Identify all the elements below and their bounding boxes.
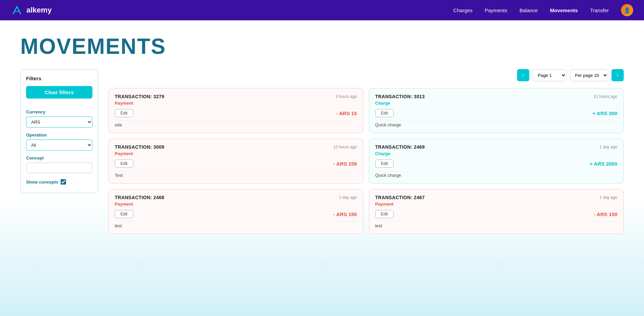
transaction-time: 3 hours ago (335, 94, 357, 99)
navbar: alkemy Charges Payments Balance Movement… (0, 0, 644, 20)
chevron-right-icon: › (617, 72, 618, 78)
nav-transfer[interactable]: Transfer (590, 7, 609, 13)
operation-select[interactable]: All Payment Charge (26, 140, 92, 151)
transaction-amount: + ARS 2000 (590, 161, 617, 167)
transaction-id: TRANSACTION: 2469 (375, 144, 425, 150)
transaction-amount: - ARS 15 (336, 110, 357, 116)
transaction-id: TRANSACTION: 3279 (115, 94, 164, 99)
alkemy-logo-icon (11, 4, 23, 16)
transaction-card: TRANSACTION: 2467 1 day ago Payment Edit… (369, 189, 624, 234)
transaction-card: TRANSACTION: 2468 1 day ago Payment Edit… (108, 189, 363, 234)
show-concepts-checkbox[interactable] (61, 179, 66, 185)
transaction-concept: Test (115, 171, 357, 178)
show-concepts-row: Show concepts (26, 179, 92, 185)
currency-label: Currency (26, 109, 92, 114)
edit-button[interactable]: Edit (375, 109, 394, 117)
main-layout: Filters Clear filters Currency ARS USD E… (20, 69, 624, 234)
transaction-type: Payment (115, 101, 357, 106)
transaction-id: TRANSACTION: 2468 (115, 195, 164, 200)
transaction-concept: Quick charge (375, 171, 618, 178)
transaction-time: 1 day ago (599, 145, 617, 149)
avatar[interactable]: 👤 (621, 4, 633, 16)
transaction-type: Charge (375, 151, 618, 156)
prev-page-button[interactable]: ‹ (517, 69, 529, 81)
transaction-concept: Quick charge (375, 121, 618, 127)
transaction-amount: + ARS 300 (593, 110, 617, 116)
card-header: TRANSACTION: 2467 1 day ago (375, 195, 618, 200)
transaction-concept: test (115, 222, 357, 228)
next-page-button[interactable]: › (612, 69, 624, 81)
nav-movements[interactable]: Movements (550, 7, 578, 13)
operation-label: Operation (26, 132, 92, 138)
currency-select[interactable]: ARS USD EUR (26, 117, 92, 128)
transaction-amount: - ARS 150 (594, 211, 617, 217)
page-title: MOVEMENTS (20, 34, 624, 59)
card-actions: Edit - ARS 15 (115, 109, 357, 117)
transaction-time: 1 day ago (339, 195, 357, 200)
nav-charges[interactable]: Charges (453, 7, 473, 13)
transaction-grid: TRANSACTION: 3279 3 hours ago Payment Ed… (108, 88, 624, 234)
transaction-card: TRANSACTION: 3279 3 hours ago Payment Ed… (108, 88, 363, 133)
transaction-time: 1 day ago (599, 195, 617, 200)
edit-button[interactable]: Edit (115, 160, 133, 168)
content-area: ‹ Page 1 Page 2 Page 3 Page 4 Page 5 Per… (108, 69, 624, 234)
concept-label: Concept (26, 155, 92, 161)
transaction-type: Payment (115, 151, 357, 156)
clear-filters-button[interactable]: Clear filters (26, 86, 92, 99)
card-header: TRANSACTION: 2469 1 day ago (375, 144, 618, 150)
edit-button[interactable]: Edit (375, 160, 394, 168)
card-header: TRANSACTION: 2468 1 day ago (115, 195, 357, 200)
nav-links: Charges Payments Balance Movements Trans… (453, 4, 633, 16)
transaction-card: TRANSACTION: 2469 1 day ago Charge Edit … (369, 139, 624, 184)
card-header: TRANSACTION: 3279 3 hours ago (115, 94, 357, 99)
card-actions: Edit + ARS 2000 (375, 160, 618, 168)
card-actions: Edit - ARS 159 (115, 160, 357, 168)
card-header: TRANSACTION: 3009 12 hours ago (115, 144, 357, 150)
transaction-id: TRANSACTION: 2467 (375, 195, 425, 200)
page-container: MOVEMENTS Filters Clear filters Currency… (0, 20, 644, 316)
transaction-amount: - ARS 159 (333, 161, 357, 167)
transaction-time: 12 hours ago (333, 145, 357, 149)
filter-panel-title: Filters (26, 76, 92, 81)
transaction-concept: sda (115, 121, 357, 127)
page-select[interactable]: Page 1 Page 2 Page 3 Page 4 Page 5 (533, 69, 567, 81)
concept-input[interactable] (26, 163, 92, 173)
pagination-bar: ‹ Page 1 Page 2 Page 3 Page 4 Page 5 Per… (108, 69, 624, 81)
card-actions: Edit + ARS 300 (375, 109, 618, 117)
nav-payments[interactable]: Payments (485, 7, 507, 13)
edit-button[interactable]: Edit (115, 109, 133, 117)
nav-balance[interactable]: Balance (519, 7, 538, 13)
transaction-type: Payment (375, 202, 618, 207)
brand-name: alkemy (26, 6, 52, 15)
chevron-left-icon: ‹ (522, 72, 524, 78)
card-header: TRANSACTION: 3013 11 hours ago (375, 94, 618, 99)
edit-button[interactable]: Edit (115, 210, 133, 218)
transaction-amount: - ARS 150 (333, 211, 357, 217)
show-concepts-label: Show concepts (26, 180, 58, 185)
edit-button[interactable]: Edit (375, 210, 394, 218)
brand: alkemy (11, 4, 52, 16)
per-page-select[interactable]: Per page 10 Per page 20 Per page 50 (570, 69, 608, 81)
transaction-card: TRANSACTION: 3009 12 hours ago Payment E… (108, 139, 363, 184)
card-actions: Edit - ARS 150 (115, 210, 357, 218)
transaction-type: Payment (115, 202, 357, 207)
transaction-time: 11 hours ago (594, 94, 617, 99)
transaction-concept: test (375, 222, 618, 228)
card-actions: Edit - ARS 150 (375, 210, 618, 218)
filter-panel: Filters Clear filters Currency ARS USD E… (20, 69, 98, 193)
transaction-type: Charge (375, 101, 618, 106)
transaction-card: TRANSACTION: 3013 11 hours ago Charge Ed… (369, 88, 624, 133)
transaction-id: TRANSACTION: 3013 (375, 94, 425, 99)
transaction-id: TRANSACTION: 3009 (115, 144, 164, 150)
